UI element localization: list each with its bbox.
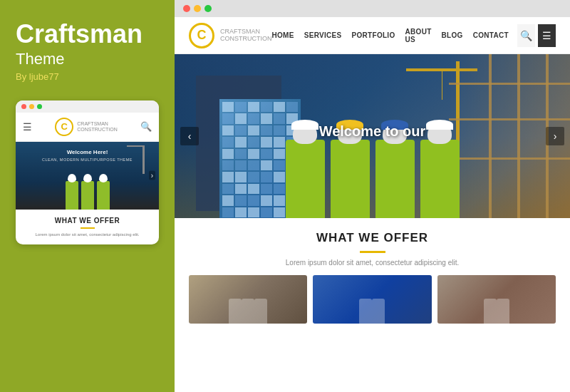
card-person-6 bbox=[484, 299, 497, 324]
mobile-hero-text: Welcome Here! bbox=[16, 149, 159, 155]
site-logo-text: CRAFTSMAN CONSTRUCTION bbox=[220, 29, 272, 43]
hero-arrow-right[interactable]: › bbox=[546, 127, 564, 145]
site-offer-section: WHAT WE OFFER Lorem ipsum dolor sit amet… bbox=[175, 218, 570, 275]
card-person-4 bbox=[359, 299, 372, 324]
mobile-hero-subtext: CLEAN, MODERN MULTIPURPOSE THEME bbox=[16, 158, 159, 162]
card-person-2 bbox=[242, 299, 254, 324]
nav-item-home[interactable]: HOME bbox=[272, 31, 294, 39]
browser-dot-green bbox=[204, 5, 212, 12]
offer-card-2 bbox=[313, 275, 431, 324]
nav-item-contact[interactable]: CONTACT bbox=[473, 31, 509, 39]
hamburger-icon[interactable]: ☰ bbox=[23, 121, 32, 133]
site-menu-button[interactable]: ☰ bbox=[538, 24, 556, 47]
site-nav-links: HOME SERVICES PORTFOLIO ABOUT US BLOG CO… bbox=[272, 28, 509, 43]
browser-dot-yellow bbox=[194, 5, 201, 12]
site-logo: C CRAFTSMAN CONSTRUCTION bbox=[189, 23, 272, 48]
site-search-button[interactable]: 🔍 bbox=[517, 24, 535, 47]
offer-description: Lorem ipsum dolor sit amet, consectetur … bbox=[189, 259, 556, 267]
offer-card-1 bbox=[189, 275, 307, 324]
mobile-offer-divider bbox=[81, 227, 95, 229]
site-nav: C CRAFTSMAN CONSTRUCTION HOME SERVICES P… bbox=[175, 17, 570, 54]
mobile-workers bbox=[16, 174, 159, 210]
offer-card-3 bbox=[437, 275, 556, 324]
scaffold-bar-1 bbox=[449, 83, 570, 85]
mobile-worker-3 bbox=[97, 181, 110, 210]
dot-red bbox=[21, 104, 26, 109]
hero-worker-3 bbox=[375, 140, 415, 218]
mobile-search-icon[interactable]: 🔍 bbox=[140, 121, 152, 132]
mobile-hero-arrow[interactable]: › bbox=[149, 171, 155, 180]
site-logo-circle: C bbox=[189, 23, 214, 48]
website-preview: C CRAFTSMAN CONSTRUCTION HOME SERVICES P… bbox=[175, 17, 570, 392]
mobile-offer-section: WHAT WE OFFER Lorem ipsum dolor sit amet… bbox=[16, 210, 159, 244]
mobile-card-titlebar bbox=[16, 100, 159, 113]
left-panel: Craftsman Theme By ljube77 ☰ C CRAFTSMAN… bbox=[0, 0, 175, 392]
card-1-people bbox=[189, 295, 307, 324]
hero-welcome-text: Welcome to our bbox=[175, 123, 570, 140]
card-person-5 bbox=[372, 299, 385, 324]
theme-subtitle: Theme bbox=[16, 50, 159, 68]
hero-worker-1 bbox=[286, 140, 325, 218]
offer-title: WHAT WE OFFER bbox=[189, 231, 556, 245]
mobile-logo-circle: C bbox=[55, 118, 73, 136]
hero-worker-2 bbox=[331, 140, 370, 218]
mobile-offer-text: Lorem ipsum dolor sit amet, consectetur … bbox=[23, 232, 152, 237]
dot-green bbox=[37, 104, 42, 109]
mobile-logo-text: CRAFTSMAN CONSTRUCTION bbox=[77, 121, 117, 132]
hero-arrow-left[interactable]: ‹ bbox=[180, 127, 199, 145]
offer-divider bbox=[360, 251, 385, 253]
nav-item-portfolio[interactable]: PORTFOLIO bbox=[352, 31, 395, 39]
nav-item-about[interactable]: ABOUT US bbox=[405, 28, 432, 43]
card-person-1 bbox=[229, 299, 242, 324]
card-2-people bbox=[313, 295, 431, 324]
mobile-logo: C CRAFTSMAN CONSTRUCTION bbox=[55, 118, 117, 136]
hero-text-overlay: Welcome to our bbox=[175, 123, 570, 140]
mobile-nav: ☰ C CRAFTSMAN CONSTRUCTION 🔍 bbox=[16, 113, 159, 142]
card-3-people bbox=[437, 295, 556, 324]
mobile-worker-2 bbox=[81, 181, 94, 210]
theme-info: Craftsman Theme By ljube77 bbox=[16, 20, 159, 82]
dot-yellow bbox=[29, 104, 34, 109]
nav-item-services[interactable]: SERVICES bbox=[304, 31, 342, 39]
right-panel: C CRAFTSMAN CONSTRUCTION HOME SERVICES P… bbox=[175, 0, 570, 392]
mobile-offer-title: WHAT WE OFFER bbox=[23, 217, 152, 225]
nav-item-blog[interactable]: BLOG bbox=[442, 31, 463, 39]
browser-dot-red bbox=[183, 5, 190, 12]
mobile-preview-card: ☰ C CRAFTSMAN CONSTRUCTION 🔍 Welcome Her… bbox=[16, 100, 159, 244]
theme-title: Craftsman bbox=[16, 20, 159, 48]
offer-cards bbox=[175, 275, 570, 331]
card-person-7 bbox=[497, 299, 509, 324]
mobile-worker-1 bbox=[66, 181, 78, 210]
mobile-hero: Welcome Here! CLEAN, MODERN MULTIPURPOSE… bbox=[16, 142, 159, 210]
browser-titlebar bbox=[175, 0, 570, 17]
theme-author: By ljube77 bbox=[16, 71, 159, 82]
crane-cable bbox=[442, 71, 442, 100]
site-hero: Welcome to our ‹ › bbox=[175, 54, 570, 218]
card-person-3 bbox=[254, 299, 267, 324]
hero-worker-4 bbox=[420, 140, 460, 218]
